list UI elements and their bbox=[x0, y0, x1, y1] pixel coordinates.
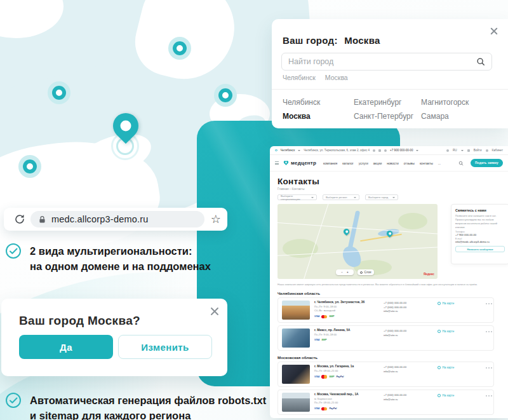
city-search-input[interactable] bbox=[288, 57, 476, 66]
url-field[interactable]: medc.allcorp3-demo.ru bbox=[30, 211, 204, 227]
nav-more[interactable]: ... bbox=[438, 161, 441, 165]
specialization-select[interactable]: Выберите специализацию bbox=[277, 194, 317, 200]
feature-text-line: на одном домене и на поддоменах bbox=[30, 259, 211, 274]
site-logo[interactable]: медцентр bbox=[283, 160, 316, 166]
search-icon[interactable] bbox=[458, 161, 464, 166]
branch-photo bbox=[282, 329, 310, 348]
login-link[interactable]: Войти bbox=[474, 149, 482, 152]
on-map-link[interactable]: На карте bbox=[438, 365, 468, 369]
breadcrumb-home[interactable]: Главная bbox=[277, 187, 288, 191]
branch-email[interactable]: info@site.ru bbox=[384, 398, 433, 402]
contact-card-text: Позвоните или напишите нам в чат. Прокон… bbox=[455, 214, 505, 229]
zoom-out-button[interactable]: − bbox=[341, 271, 343, 274]
branch-email[interactable]: info@site.ru bbox=[384, 309, 433, 314]
more-icon[interactable] bbox=[488, 303, 490, 304]
phone-value[interactable]: +7 900 000-00-00 bbox=[455, 233, 505, 236]
region-heading: Челябинская область bbox=[277, 291, 508, 295]
map-pin-donut bbox=[168, 37, 191, 60]
branch-row: г. Челябинск, ул. Энтузиастов, 36 Пн–Пт:… bbox=[277, 297, 494, 323]
region-heading: Московская область bbox=[277, 355, 508, 360]
on-map-link[interactable]: На карте bbox=[438, 301, 468, 305]
mir-badge: МИР bbox=[329, 376, 334, 378]
website-screenshot: Челябинск Челябинск, ул. Тернопольская, … bbox=[270, 146, 508, 418]
nav-item[interactable]: каталог bbox=[342, 161, 354, 165]
payment-badges: VISA PayPal bbox=[314, 407, 379, 411]
branch-phone[interactable]: +7 (000) 000-00-00 bbox=[384, 329, 433, 334]
map-and-contact: − + Слои Яндекс Свяжитесь с нами Позвони… bbox=[277, 204, 508, 279]
email-value[interactable]: info@medc.allcorp3-demo.ru bbox=[455, 240, 505, 243]
geo-pin-icon bbox=[275, 149, 277, 152]
pin-icon bbox=[438, 394, 441, 397]
visa-badge: VISA bbox=[314, 339, 319, 341]
city-confirm-dialog: Ваш город Москва? Да Изменить bbox=[1, 299, 227, 376]
refresh-icon[interactable] bbox=[14, 213, 25, 225]
bookmark-star-icon[interactable]: ☆ bbox=[211, 213, 221, 225]
write-message-button[interactable]: Написать сообщение bbox=[455, 246, 505, 252]
branch-row: г. Москва, ул. Гагарина, 1а Пн–Пт: 09:00… bbox=[277, 362, 494, 387]
social-icon[interactable] bbox=[378, 149, 381, 152]
region-select[interactable]: Выберите регион bbox=[323, 194, 359, 200]
site-phone[interactable]: +7 900 000-00-00 bbox=[390, 149, 413, 152]
cabinet-link[interactable]: Кабинет bbox=[492, 149, 503, 152]
globe-icon bbox=[446, 149, 449, 152]
recent-city-link[interactable]: Москва bbox=[325, 74, 348, 81]
map-pin-branch[interactable] bbox=[342, 227, 351, 236]
branch-phone[interactable]: +7 (000) 000-00-00 bbox=[384, 393, 433, 398]
site-nav: компания каталог услуги акции новости от… bbox=[323, 161, 441, 165]
branch-phone[interactable]: +7 (000) 000-00-00 bbox=[384, 365, 433, 370]
branch-photo bbox=[282, 393, 310, 412]
branch-email[interactable]: info@site.ru bbox=[384, 370, 433, 374]
on-map-link[interactable]: На карте bbox=[438, 393, 468, 397]
chevron-down-icon bbox=[392, 197, 395, 198]
nav-item[interactable]: контакты bbox=[420, 161, 433, 165]
city-select[interactable]: Выберите город bbox=[365, 194, 398, 200]
city-option[interactable]: Магнитогорск bbox=[421, 98, 491, 112]
zoom-in-button[interactable]: + bbox=[347, 271, 349, 274]
site-cta-button[interactable]: Подать заявку bbox=[471, 159, 503, 167]
site-topbar: Челябинск Челябинск, ул. Тернопольская, … bbox=[270, 146, 508, 155]
recent-city-link[interactable]: Челябинск bbox=[283, 74, 316, 81]
branch-address: г. Миасс, пр. Ленина, 5А bbox=[314, 329, 379, 332]
nav-item[interactable]: услуги bbox=[359, 161, 368, 165]
nav-item[interactable]: новости bbox=[387, 161, 399, 165]
confirm-city-button[interactable]: Да bbox=[19, 335, 113, 359]
city-option[interactable]: Екатеринбург bbox=[354, 98, 421, 112]
city-option[interactable]: Челябинск bbox=[283, 98, 354, 112]
contact-card-title: Свяжитесь с нами bbox=[455, 208, 505, 212]
city-option-selected[interactable]: Москва bbox=[283, 112, 354, 126]
more-icon[interactable] bbox=[488, 367, 490, 369]
site-city-selector[interactable]: Челябинск bbox=[281, 149, 295, 152]
more-icon[interactable] bbox=[488, 331, 490, 332]
branch-phone[interactable]: +7 (000) 000-00-00 bbox=[384, 301, 433, 306]
visa-badge: VISA bbox=[314, 315, 319, 318]
nav-item[interactable]: компания bbox=[323, 161, 337, 165]
on-map-link[interactable]: На карте bbox=[438, 329, 468, 333]
map-zoom-controls[interactable]: − + bbox=[336, 269, 354, 275]
promo-canvas: medc.allcorp3-demo.ru ☆ 2 вида мультирег… bbox=[0, 0, 508, 420]
map-layers-control[interactable]: Слои bbox=[358, 269, 374, 275]
feature-text-line: 2 вида мультирегиональности: bbox=[30, 243, 211, 259]
search-icon[interactable] bbox=[476, 57, 485, 66]
menu-icon[interactable] bbox=[275, 161, 279, 165]
paypal-badge: PayPal bbox=[329, 407, 337, 410]
pin-icon bbox=[438, 330, 441, 333]
layers-icon bbox=[360, 271, 363, 274]
more-icon[interactable] bbox=[488, 395, 490, 396]
social-icon[interactable] bbox=[373, 149, 375, 152]
change-city-button[interactable]: Изменить bbox=[118, 335, 212, 359]
nav-item[interactable]: акции bbox=[373, 161, 382, 165]
close-icon[interactable] bbox=[210, 307, 219, 316]
city-option[interactable]: Санкт-Петербург bbox=[354, 112, 421, 126]
close-icon[interactable] bbox=[490, 27, 498, 35]
social-icon[interactable] bbox=[384, 149, 387, 152]
contact-us-card: Свяжитесь с нами Позвоните или напишите … bbox=[451, 204, 508, 264]
feature-bullet-multiregion: 2 вида мультирегиональности: на одном до… bbox=[5, 243, 211, 274]
language-selector[interactable]: RU bbox=[453, 149, 457, 152]
nav-item[interactable]: отзывы bbox=[404, 161, 415, 165]
yandex-map[interactable]: − + Слои Яндекс bbox=[277, 204, 438, 279]
branch-phone[interactable]: +7 (000) 000-00-00 bbox=[384, 306, 433, 310]
browser-address-bar: medc.allcorp3-demo.ru ☆ bbox=[4, 208, 227, 231]
city-option[interactable]: Самара bbox=[421, 112, 491, 126]
branch-email[interactable]: info@site.ru bbox=[384, 334, 433, 338]
paypal-badge: PayPal bbox=[336, 376, 344, 378]
